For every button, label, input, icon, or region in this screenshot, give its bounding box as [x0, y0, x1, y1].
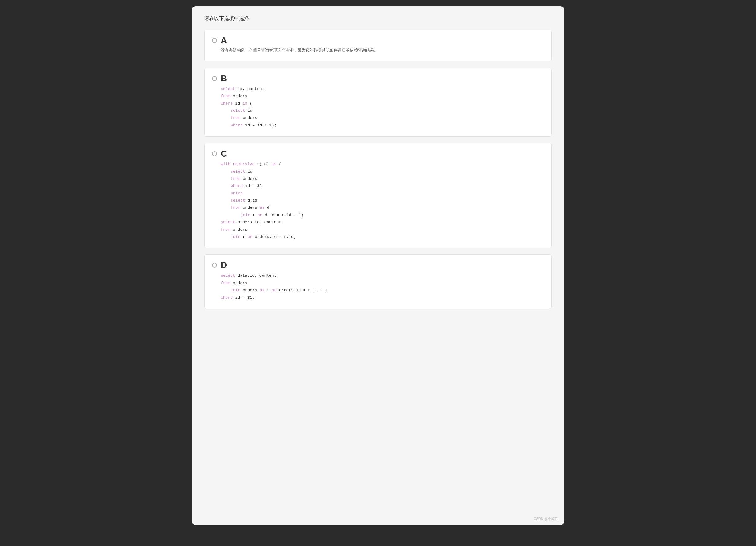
main-container: 请在以下选项中选择 A 没有办法构造一个简单查询实现这个功能，因为它的数据过滤条… — [192, 6, 564, 525]
option-c-letter: C — [221, 149, 227, 158]
option-d-letter: D — [221, 261, 227, 269]
option-c-code: with recursive r(id) as ( select id from… — [221, 160, 544, 240]
option-d-card[interactable]: D select data.id, content from orders jo… — [204, 254, 552, 309]
option-a-letter: A — [221, 36, 227, 45]
option-c-card[interactable]: C with recursive r(id) as ( select id fr… — [204, 143, 552, 248]
radio-d[interactable] — [212, 263, 217, 268]
radio-a[interactable] — [212, 38, 217, 43]
option-a-header: A — [212, 36, 544, 45]
radio-b[interactable] — [212, 76, 217, 81]
option-b-code: select id, content from orders where id … — [221, 85, 544, 129]
option-c-header: C — [212, 149, 544, 158]
option-d-header: D — [212, 261, 544, 269]
option-a-text: 没有办法构造一个简单查询实现这个功能，因为它的数据过滤条件递归的依赖查询结果。 — [221, 47, 544, 54]
option-b-letter: B — [221, 74, 227, 83]
option-a-card[interactable]: A 没有办法构造一个简单查询实现这个功能，因为它的数据过滤条件递归的依赖查询结果… — [204, 29, 552, 61]
option-d-code: select data.id, content from orders join… — [221, 272, 544, 301]
radio-c[interactable] — [212, 151, 217, 156]
watermark: CSDN @小虎竹 — [534, 517, 558, 521]
option-b-header: B — [212, 74, 544, 83]
page-title: 请在以下选项中选择 — [204, 16, 552, 22]
option-b-card[interactable]: B select id, content from orders where i… — [204, 68, 552, 137]
